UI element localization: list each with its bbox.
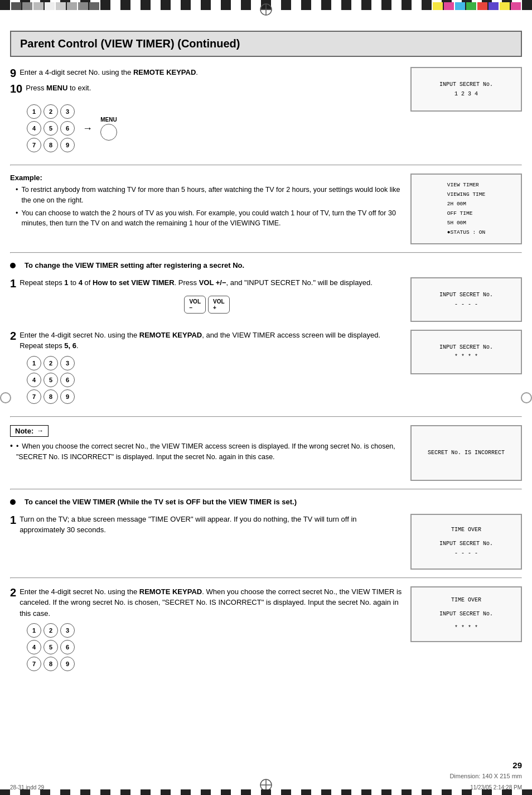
keypad-grid: 1 2 3 4 5 6 7 8 9 xyxy=(27,104,75,152)
tv-display-5-inner: TIME OVER INPUT SECRET No. - - - - xyxy=(439,525,493,558)
menu-label: MENU xyxy=(100,117,117,123)
page-title: Parent Control (VIEW TIMER) (Continued) xyxy=(20,37,512,50)
swatch-light1 xyxy=(33,2,43,10)
key-7[interactable]: 7 xyxy=(27,138,41,152)
cancel-step-1-row: 1 Turn on the TV; a blue screen message … xyxy=(10,514,522,570)
change-bullet-text: To change the VIEW TIMER setting after r… xyxy=(25,261,522,269)
tv6-spacer2 xyxy=(439,619,493,623)
cancel-bullet-dot xyxy=(10,499,16,505)
note-content: • When you choose the correct secret No.… xyxy=(10,441,404,463)
vtimer-line4: OFF TIME xyxy=(447,209,485,218)
cancel-section-header: To cancel the VIEW TIMER (While the TV s… xyxy=(10,498,522,506)
vtimer-line6: ●STATUS : ON xyxy=(447,228,485,237)
vtimer-line3: 2H 00M xyxy=(447,199,485,209)
example-label: Example: xyxy=(10,174,404,182)
vol-plus-button[interactable]: VOL+ xyxy=(208,296,230,314)
note-label: Note: xyxy=(15,427,33,435)
vol-minus-button[interactable]: VOL− xyxy=(184,296,206,314)
example-section: Example: To restrict anybody from watchi… xyxy=(10,174,522,244)
color-swatches-top xyxy=(433,2,521,10)
bottom-border-strip xyxy=(0,789,532,795)
cancel-step-1-line: 1 Turn on the TV; a blue screen message … xyxy=(10,514,404,536)
tv-screen-1: INPUT SECRET No. 1 2 3 4 xyxy=(410,67,522,112)
divider-4 xyxy=(10,489,522,490)
tv-screen-3: INPUT SECRET No. * * * * xyxy=(410,330,522,374)
step-10-text: Press MENU to exit. xyxy=(26,83,404,94)
key3-9[interactable]: 9 xyxy=(60,657,75,671)
page-header: Parent Control (VIEW TIMER) (Continued) xyxy=(10,31,522,57)
cancel-bullet-text: To cancel the VIEW TIMER (While the TV s… xyxy=(25,498,522,506)
key-6[interactable]: 6 xyxy=(60,121,75,136)
key-8[interactable]: 8 xyxy=(43,138,58,152)
tv-display-4-inner: SECRET No. IS INCORRECT xyxy=(428,448,505,457)
tv-display-vtimer: VIEW TIMER VIEWING TIME 2H 00M OFF TIME … xyxy=(410,174,522,244)
swatch-dark1 xyxy=(11,2,21,10)
key3-7[interactable]: 7 xyxy=(27,657,41,671)
key2-5[interactable]: 5 xyxy=(43,373,58,387)
divider-3 xyxy=(10,416,522,417)
menu-button[interactable] xyxy=(100,124,117,141)
key2-7[interactable]: 7 xyxy=(27,389,41,404)
tv-display-2: INPUT SECRET No. - - - - xyxy=(410,277,522,322)
step-9-bold: REMOTE KEYPAD xyxy=(133,68,196,76)
key-2[interactable]: 2 xyxy=(43,104,58,119)
tv-screen-vtimer: VIEW TIMER VIEWING TIME 2H 00M OFF TIME … xyxy=(410,174,522,244)
page-number: 29 xyxy=(512,760,522,770)
tv-display-2-inner: INPUT SECRET No. - - - - xyxy=(439,290,493,309)
tv1-line2: 1 2 3 4 xyxy=(439,89,493,99)
vtimer-line1: VIEW TIMER xyxy=(447,180,485,190)
swatch-yellow2 xyxy=(500,2,510,10)
step-10-line: 10 Press MENU to exit. xyxy=(10,83,404,95)
note-section-row: Note: → • When you choose the correct se… xyxy=(10,425,522,481)
key3-3[interactable]: 3 xyxy=(60,623,75,638)
key3-6[interactable]: 6 xyxy=(60,640,75,654)
key3-2[interactable]: 2 xyxy=(43,623,58,638)
key3-4[interactable]: 4 xyxy=(27,640,41,654)
change-step-2-line: 2 Enter the 4-digit secret No. using the… xyxy=(10,330,404,351)
color-swatches-left xyxy=(11,2,99,10)
cancel-step-1-left: 1 Turn on the TV; a blue screen message … xyxy=(10,514,404,538)
key2-8[interactable]: 8 xyxy=(43,389,58,404)
key2-4[interactable]: 4 xyxy=(27,373,41,387)
key2-6[interactable]: 6 xyxy=(60,373,75,387)
key2-1[interactable]: 1 xyxy=(27,356,41,370)
tv-display-1: INPUT SECRET No. 1 2 3 4 xyxy=(410,67,522,112)
key3-5[interactable]: 5 xyxy=(43,640,58,654)
swatch-purple xyxy=(489,2,499,10)
swatch-pink2 xyxy=(511,2,521,10)
key3-8[interactable]: 8 xyxy=(43,657,58,671)
swatch-green xyxy=(466,2,476,10)
tv-display-1-inner: INPUT SECRET No. 1 2 3 4 xyxy=(439,80,493,99)
tv-display-6-inner: TIME OVER INPUT SECRET No. * * * * xyxy=(439,595,493,633)
change-step-2-left: 2 Enter the 4-digit secret No. using the… xyxy=(10,330,404,408)
key-9[interactable]: 9 xyxy=(60,138,75,152)
key2-9[interactable]: 9 xyxy=(60,389,75,404)
change-step-2-text: Enter the 4-digit secret No. using the R… xyxy=(20,330,404,351)
change-bullet-row: To change the VIEW TIMER setting after r… xyxy=(10,261,522,269)
cancel-step-2-num: 2 xyxy=(10,586,16,599)
divider-5 xyxy=(10,577,522,579)
vtimer-line2: VIEWING TIME xyxy=(447,190,485,199)
swatch-red xyxy=(477,2,487,10)
tv-display-4: SECRET No. IS INCORRECT xyxy=(410,425,522,481)
dimension-text: Dimension: 140 X 215 mm xyxy=(449,773,522,779)
key-3[interactable]: 3 xyxy=(60,104,75,119)
tv6-line5: * * * * xyxy=(439,623,493,633)
step-9-line: 9 Enter a 4-digit secret No. using the R… xyxy=(10,67,404,80)
key-4[interactable]: 4 xyxy=(27,121,41,136)
example-bullet-1: To restrict anybody from watching TV for… xyxy=(16,185,404,206)
key2-2[interactable]: 2 xyxy=(43,356,58,370)
tv6-spacer xyxy=(439,605,493,609)
cancel-step-2-text: Enter the 4-digit secret No. using the R… xyxy=(20,586,404,619)
swatch-gray5 xyxy=(89,2,99,10)
key-5[interactable]: 5 xyxy=(43,121,58,136)
key-1[interactable]: 1 xyxy=(27,104,41,119)
change-step-1-line: 1 Repeat steps 1 to 4 of How to set VIEW… xyxy=(10,277,404,290)
cancel-step-2-row: 2 Enter the 4-digit secret No. using the… xyxy=(10,586,522,676)
key3-1[interactable]: 1 xyxy=(27,623,41,638)
tv-screen-2: INPUT SECRET No. - - - - xyxy=(410,277,522,322)
cancel-bullet-row: To cancel the VIEW TIMER (While the TV s… xyxy=(10,498,522,506)
arrow-right-icon: → xyxy=(83,123,93,134)
menu-group: MENU xyxy=(100,117,117,141)
key2-3[interactable]: 3 xyxy=(60,356,75,370)
